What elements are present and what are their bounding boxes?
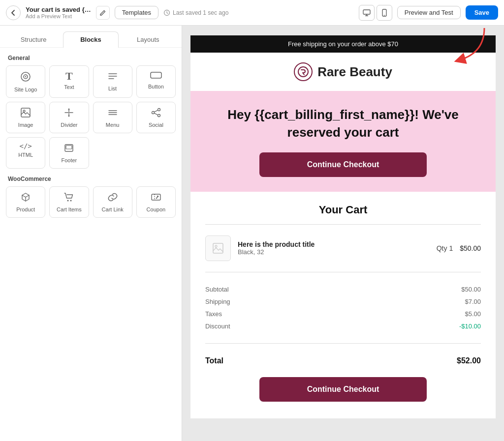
preview-test-button[interactable]: Preview and Test xyxy=(397,6,461,19)
checkout-button-top[interactable]: Continue Checkout xyxy=(259,152,427,177)
block-list[interactable]: List xyxy=(93,65,132,98)
email-preview: Free shipping on your order above $70 Ra… xyxy=(190,35,496,418)
cart-divider-top xyxy=(205,224,481,225)
shipping-value: $7.00 xyxy=(465,298,481,305)
tab-blocks[interactable]: Blocks xyxy=(63,31,118,48)
cart-item-details: Here is the product title Black, 32 xyxy=(238,240,430,256)
back-button[interactable] xyxy=(6,5,21,20)
cart-title: Your Cart xyxy=(205,204,481,216)
templates-button[interactable]: Templates xyxy=(115,6,158,19)
block-footer-label: Footer xyxy=(61,157,77,163)
svg-point-3 xyxy=(384,15,385,16)
save-button[interactable]: Save xyxy=(466,5,498,20)
cart-item-variant: Black, 32 xyxy=(238,248,430,256)
grand-total-label: Total xyxy=(205,356,223,365)
email-banner: Free shipping on your order above $70 xyxy=(190,35,496,53)
general-blocks-grid: Site Logo T Text List xyxy=(0,65,182,169)
taxes-value: $5.00 xyxy=(465,310,481,318)
svg-point-12 xyxy=(23,110,25,112)
subtotal-value: $50.00 xyxy=(461,286,481,293)
brand-name: Rare Beauty xyxy=(317,64,392,80)
button-icon xyxy=(150,71,162,81)
sidebar: Structure Blocks Layouts General Site Lo… xyxy=(0,26,182,441)
content-area: Free shipping on your order above $70 Ra… xyxy=(182,26,504,441)
site-logo-icon xyxy=(20,71,32,84)
desktop-view-button[interactable] xyxy=(359,5,375,21)
subtotal-row: Subtotal $50.00 xyxy=(205,283,481,295)
social-icon xyxy=(151,107,161,119)
banner-text: Free shipping on your order above $70 xyxy=(288,40,398,48)
woocommerce-blocks-grid: Product Cart Items xyxy=(0,186,182,218)
cart-divider-bot xyxy=(205,343,481,344)
text-icon: T xyxy=(65,71,73,82)
cart-link-icon xyxy=(107,192,118,204)
brand-logo xyxy=(294,62,313,81)
hero-text-pre: Hey {{cart_billing_first_name}}! We'vere… xyxy=(227,107,459,140)
block-footer[interactable]: Footer xyxy=(49,137,89,169)
block-cart-link[interactable]: Cart Link xyxy=(93,186,132,218)
block-image-label: Image xyxy=(18,122,33,128)
clock-icon xyxy=(163,9,170,16)
grand-total-row: Total $52.00 xyxy=(205,350,481,369)
svg-rect-1 xyxy=(363,10,370,14)
cart-divider-mid xyxy=(205,272,481,272)
coupon-icon xyxy=(151,192,161,204)
email-hero: Hey {{cart_billing_first_name}}! We'vere… xyxy=(190,91,496,192)
block-product[interactable]: Product xyxy=(6,186,45,218)
preview-text-link[interactable]: Add a Preview Text xyxy=(26,13,91,19)
block-coupon-label: Coupon xyxy=(147,206,166,212)
block-button[interactable]: Button xyxy=(136,65,176,98)
block-list-label: List xyxy=(108,86,117,91)
list-icon xyxy=(107,71,118,83)
cart-item-title: Here is the product title xyxy=(238,240,430,248)
checkout-bottom-wrapper: Continue Checkout xyxy=(205,369,481,407)
svg-point-24 xyxy=(67,200,69,202)
block-divider[interactable]: Divider xyxy=(49,102,89,133)
cart-items-icon xyxy=(63,192,74,204)
block-menu-label: Menu xyxy=(106,122,120,128)
block-social[interactable]: Social xyxy=(136,102,176,133)
svg-rect-23 xyxy=(66,146,72,149)
svg-point-34 xyxy=(215,245,217,247)
title-group: Your cart is saved {… Add a Preview Text xyxy=(26,6,91,19)
edit-button[interactable] xyxy=(96,6,110,20)
hero-text: Hey {{cart_billing_first_name}}! We'vere… xyxy=(210,106,476,142)
block-menu[interactable]: Menu xyxy=(93,102,132,133)
block-text[interactable]: T Text xyxy=(49,65,89,98)
svg-point-25 xyxy=(70,200,72,202)
tab-layouts[interactable]: Layouts xyxy=(121,31,176,47)
checkout-button-bottom[interactable]: Continue Checkout xyxy=(259,377,427,402)
block-site-logo[interactable]: Site Logo xyxy=(6,65,45,98)
svg-rect-10 xyxy=(151,72,161,78)
block-cart-link-label: Cart Link xyxy=(102,206,124,212)
taxes-row: Taxes $5.00 xyxy=(205,308,481,320)
subtotal-label: Subtotal xyxy=(205,286,229,293)
woocommerce-section-label: WooCommerce xyxy=(0,169,182,186)
block-coupon[interactable]: Coupon xyxy=(136,186,176,218)
block-site-logo-label: Site Logo xyxy=(14,87,37,92)
block-button-label: Button xyxy=(148,84,164,89)
grand-total-value: $52.00 xyxy=(457,356,481,365)
tab-structure[interactable]: Structure xyxy=(6,31,61,47)
block-social-label: Social xyxy=(149,122,163,128)
cart-totals: Subtotal $50.00 Shipping $7.00 Taxes $5.… xyxy=(205,278,481,337)
product-icon xyxy=(20,192,31,204)
svg-point-18 xyxy=(152,112,154,114)
mobile-view-button[interactable] xyxy=(377,5,392,21)
block-cart-items-label: Cart Items xyxy=(57,206,82,212)
block-html[interactable]: </> HTML xyxy=(6,137,45,169)
block-text-label: Text xyxy=(64,84,74,90)
cart-item-image xyxy=(205,235,231,261)
svg-point-19 xyxy=(158,115,160,117)
svg-line-20 xyxy=(154,110,158,112)
block-image[interactable]: Image xyxy=(6,102,45,133)
shipping-label: Shipping xyxy=(205,298,230,305)
svg-line-21 xyxy=(154,113,158,115)
general-section-label: General xyxy=(0,48,182,65)
svg-rect-33 xyxy=(213,243,223,253)
block-product-label: Product xyxy=(16,206,35,212)
block-cart-items[interactable]: Cart Items xyxy=(49,186,89,218)
cart-item-price: $50.00 xyxy=(460,244,481,252)
svg-rect-26 xyxy=(152,194,160,200)
svg-point-32 xyxy=(298,67,308,77)
